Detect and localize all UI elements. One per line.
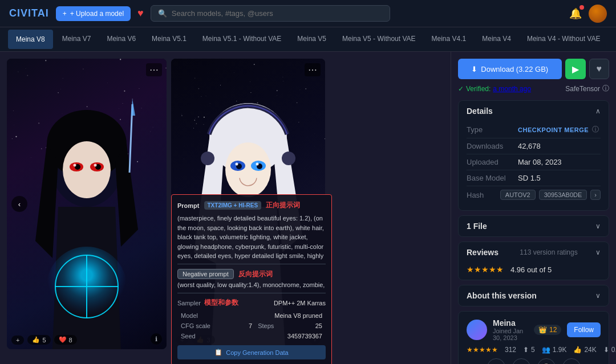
details-section: Details ∧ Type CHECKPOINT MERGE ⓘ Downlo… <box>458 100 609 211</box>
download-icon: ⬇ <box>471 65 477 73</box>
creator-joined: Joined Jan 30, 2023 <box>493 328 528 341</box>
type-badge[interactable]: CHECKPOINT MERGE <box>518 126 589 133</box>
search-icon: 🔍 <box>158 9 167 18</box>
content-area: ⋯ ‹ + 👍 5 ❤️ 8 ℹ <box>0 52 616 364</box>
prompt-overlay: Prompt TXT2IMG + HI-RES 正向提示词 (masterpie… <box>171 194 332 364</box>
like-badge-1[interactable]: 👍 5 <box>27 335 50 345</box>
seed-value: 3459739367 <box>237 332 325 341</box>
creator-row: Meina Joined Jan 30, 2023 👑 12 Follow <box>467 318 601 341</box>
seed-label: Seed <box>179 332 236 341</box>
download-button[interactable]: ⬇ Download (3.22 GB) <box>458 59 562 79</box>
details-header[interactable]: Details ∧ <box>459 101 609 121</box>
bell-icon[interactable]: 🔔 <box>569 8 582 19</box>
copy-generation-button[interactable]: 📋 Copy Generation Data <box>177 345 326 359</box>
notification-wrapper: 🔔 <box>569 7 582 20</box>
tab-meina-v4[interactable]: Meina V4 <box>474 29 519 50</box>
heart-icon-1: ❤️ <box>59 336 67 343</box>
tab-meina-v6[interactable]: Meina V6 <box>99 29 144 50</box>
favorite-icon[interactable]: ♥ <box>137 7 144 19</box>
play-button[interactable]: ▶ <box>565 59 586 79</box>
files-chevron-icon: ∨ <box>595 222 601 230</box>
info-icon-1[interactable]: ℹ <box>151 333 162 345</box>
header-right: 🔔 <box>569 5 607 23</box>
reviews-stars: ★★★★★ <box>467 265 504 274</box>
reviews-chevron-icon: ∨ <box>595 248 601 256</box>
twitter-icon[interactable]: 𝕏 <box>487 358 505 364</box>
image-menu-2[interactable]: ⋯ <box>305 63 321 76</box>
hash-copy-button[interactable]: › <box>590 190 601 200</box>
crown-icon: 👑 <box>538 326 547 334</box>
about-header[interactable]: About this version ∨ <box>459 285 609 306</box>
header: CIVITAI + + Upload a model ♥ 🔍 🔔 <box>0 0 616 27</box>
files-section[interactable]: 1 File ∨ <box>458 215 609 237</box>
tab-meina-v5-no-vae[interactable]: Meina V5 - Without VAE <box>334 29 424 50</box>
verified-link[interactable]: a month ago <box>493 85 531 93</box>
stat-rating-count: 312 <box>505 346 516 354</box>
stat-likes: 👍 24K <box>573 346 596 354</box>
gallery-area: ⋯ ‹ + 👍 5 ❤️ 8 ℹ <box>0 52 451 364</box>
verified-row: ✓ Verified: a month ago SafeTensor ⓘ <box>458 84 609 93</box>
prev-image-button[interactable]: ‹ <box>11 196 27 212</box>
neg-chinese-label: 反向提示词 <box>238 269 273 279</box>
neg-prompt-text: (worst quality, low quality:1.4), monoch… <box>177 281 326 288</box>
safe-tensor-info-icon[interactable]: ⓘ <box>602 84 609 93</box>
heart-badge-1[interactable]: ❤️ 8 <box>54 335 77 345</box>
tab-meina-v51-no-vae[interactable]: Meina V5.1 - Without VAE <box>194 29 290 50</box>
base-model-value: SD 1.5 <box>518 174 601 182</box>
verified-badge: ✓ Verified: a month ago <box>458 85 531 93</box>
upload-icon: + <box>63 10 67 18</box>
stat-uploads: ⬆ 5 <box>523 346 535 354</box>
favorite-button[interactable]: ♥ <box>589 59 610 79</box>
tab-meina-v5[interactable]: Meina V5 <box>289 29 334 50</box>
tab-meina-v51[interactable]: Meina V5.1 <box>144 29 194 50</box>
reviews-title: Reviews <box>467 248 499 257</box>
reviews-count: 113 version ratings <box>520 248 577 256</box>
details-title: Details <box>467 107 493 116</box>
upload-button[interactable]: + + Upload a model <box>56 6 131 21</box>
type-info-icon[interactable]: ⓘ <box>592 125 599 134</box>
sampler-chinese-label: 模型和参数 <box>204 298 238 308</box>
cfg-value: 7 <box>237 321 254 330</box>
followers-icon: 👥 <box>542 346 550 354</box>
tab-meina-v30[interactable]: Meina V3.0 <box>608 29 616 50</box>
search-input[interactable] <box>172 9 383 18</box>
prompt-badge[interactable]: TXT2IMG + HI-RES <box>204 201 262 210</box>
creator-card: Meina Joined Jan 30, 2023 👑 12 Follow ★★… <box>458 311 609 364</box>
more-icon[interactable]: ⋯ <box>562 358 581 364</box>
image-info-1: ℹ <box>151 333 162 345</box>
sampler-label: Sampler <box>177 300 201 306</box>
creator-avatar <box>467 320 487 340</box>
details-body: Type CHECKPOINT MERGE ⓘ Downloads 42,678… <box>459 121 609 210</box>
downloads-value: 42,678 <box>518 142 601 150</box>
user-avatar[interactable] <box>589 5 607 23</box>
creator-crown-count: 12 <box>549 326 557 334</box>
creator-name: Meina <box>493 318 528 328</box>
neg-prompt-label: Negative prompt <box>177 269 234 279</box>
uploaded-row: Uploaded Mar 08, 2023 <box>467 154 601 170</box>
share-icon[interactable]: ↗ <box>512 358 530 364</box>
steps-value: 25 <box>300 321 325 330</box>
version-tabs: Meina V8 Meina V7 Meina V6 Meina V5.1 Me… <box>0 27 616 52</box>
copy-icon: 📋 <box>214 349 222 356</box>
prompt-label: Prompt <box>177 202 200 209</box>
cfg-label: CFG scale <box>179 321 236 330</box>
hash-row: Hash AUTOV2 30953AB0DE › <box>467 186 601 203</box>
tab-meina-v7[interactable]: Meina V7 <box>54 29 99 50</box>
add-badge-1[interactable]: + <box>11 336 24 345</box>
files-label: 1 File <box>467 222 487 231</box>
creator-action-icons: 𝕏 ↗ 💬 ⋯ <box>467 354 601 364</box>
crown-badge: 👑 12 <box>534 325 561 335</box>
image-panel-2: ⋯ Prompt TXT2IMG + HI-RES 正向提示词 (masterp… <box>171 59 325 349</box>
hash-autov2-badge: AUTOV2 <box>500 190 536 200</box>
logo: CIVITAI <box>9 7 49 19</box>
image-menu-1[interactable]: ⋯ <box>146 63 162 76</box>
tab-meina-v8[interactable]: Meina V8 <box>8 30 53 49</box>
message-icon[interactable]: 💬 <box>537 358 556 364</box>
follow-button[interactable]: Follow <box>567 322 601 337</box>
tab-meina-v4-no-vae[interactable]: Meina V4 - Without VAE <box>519 29 609 50</box>
tab-meina-v41[interactable]: Meina V4.1 <box>424 29 475 50</box>
downloads-label: Downloads <box>467 142 518 150</box>
about-chevron-icon: ∨ <box>595 292 601 300</box>
prompt-header: Prompt TXT2IMG + HI-RES 正向提示词 <box>177 201 326 210</box>
reviews-header[interactable]: Reviews 113 version ratings ∨ <box>459 242 609 263</box>
